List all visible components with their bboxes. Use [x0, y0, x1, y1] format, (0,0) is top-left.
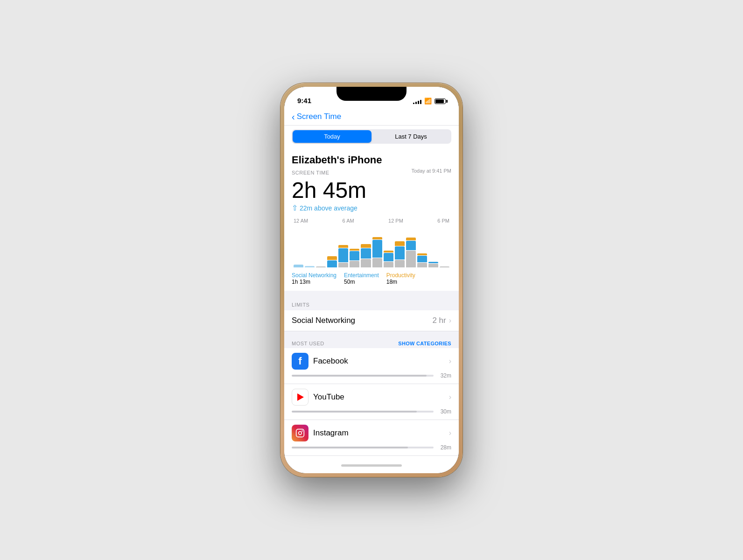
screen-content: 9:41 📶 — [284, 87, 459, 473]
progress-youtube — [292, 411, 434, 413]
instagram-icon — [292, 425, 308, 441]
chevron-facebook: › — [449, 357, 451, 365]
app-time-facebook: 32m — [292, 372, 451, 379]
bar-10 — [395, 225, 405, 267]
duration-instagram: 28m — [437, 444, 451, 451]
time-display: 2h 45m ⇧ 22m above average — [284, 175, 459, 214]
bar-11 — [406, 225, 416, 267]
bar-5 — [338, 225, 348, 267]
limits-social-name: Social Networking — [292, 316, 355, 325]
status-bar: 9:41 📶 — [284, 87, 459, 107]
tab-today[interactable]: Today — [293, 130, 372, 143]
chevron-instagram: › — [449, 429, 451, 437]
phone-frame: 9:41 📶 — [280, 83, 463, 477]
bar-4 — [327, 225, 337, 267]
legend-social: Social Networking 1h 13m — [292, 272, 336, 285]
app-time-instagram: 28m — [292, 444, 451, 451]
notch — [336, 87, 407, 101]
bar-9 — [384, 225, 393, 267]
status-time: 9:41 — [297, 97, 311, 105]
svg-rect-0 — [296, 429, 304, 437]
above-average: ⇧ 22m above average — [292, 203, 451, 212]
nav-bar: ‹ Screen Time — [284, 107, 459, 126]
app-info-instagram: Instagram — [292, 425, 349, 441]
progress-facebook — [292, 375, 434, 377]
above-average-text: 22m above average — [300, 204, 357, 212]
chevron-right-icon: › — [449, 316, 451, 325]
device-section: Elizabeth's iPhone SCREEN TIME Today at … — [284, 148, 459, 175]
device-title: Elizabeth's iPhone — [292, 154, 451, 166]
bar-8 — [372, 225, 382, 267]
duration-facebook: 32m — [437, 372, 451, 379]
home-bar — [284, 457, 459, 473]
svg-point-2 — [301, 430, 303, 432]
total-time: 2h 45m — [292, 179, 451, 202]
legend-social-label: Social Networking — [292, 272, 336, 279]
chart-label-6pm: 6 PM — [437, 218, 449, 224]
bar-13 — [428, 225, 438, 267]
app-item-youtube[interactable]: YouTube › 30m — [284, 384, 459, 420]
chart-time-labels: 12 AM 6 AM 12 PM 6 PM — [292, 218, 451, 224]
bar-2 — [305, 225, 315, 267]
wifi-icon: 📶 — [424, 98, 432, 105]
chart-section: 12 AM 6 AM 12 PM 6 PM — [284, 214, 459, 291]
legend-productivity-value: 18m — [386, 279, 415, 285]
chart-bars — [292, 225, 451, 267]
bar-6 — [350, 225, 359, 267]
bar-14 — [440, 225, 449, 267]
svg-point-1 — [299, 432, 302, 435]
chart-legend: Social Networking 1h 13m Entertainment 5… — [292, 272, 451, 285]
back-chevron-icon: ‹ — [292, 112, 295, 121]
app-row-facebook: f Facebook › — [292, 353, 451, 370]
up-arrow-icon: ⇧ — [292, 203, 298, 212]
home-indicator — [341, 464, 402, 467]
legend-entertainment-label: Entertainment — [344, 272, 379, 279]
battery-icon — [435, 98, 446, 104]
youtube-icon — [292, 389, 308, 406]
phone-screen: 9:41 📶 — [284, 87, 459, 473]
app-name-instagram: Instagram — [313, 428, 349, 438]
bar-3 — [316, 225, 326, 267]
limits-social-value: 2 hr — [432, 316, 446, 325]
app-name-facebook: Facebook — [313, 357, 348, 366]
progress-instagram — [292, 447, 434, 448]
chart-label-12am: 12 AM — [294, 218, 308, 224]
limits-header: LIMITS — [284, 294, 459, 310]
back-button[interactable]: ‹ Screen Time — [292, 112, 451, 121]
show-categories-button[interactable]: SHOW CATEGORIES — [398, 341, 451, 346]
scroll-content[interactable]: ‹ Screen Time Today Last 7 Days Elizabet… — [284, 107, 459, 457]
separator-1 — [284, 291, 459, 294]
app-item-facebook[interactable]: f Facebook › 32m — [284, 348, 459, 384]
limits-social-right: 2 hr › — [432, 316, 451, 325]
segment-wrapper: Today Last 7 Days — [284, 126, 459, 148]
facebook-icon: f — [292, 353, 308, 370]
chart-label-6am: 6 AM — [343, 218, 354, 224]
legend-entertainment-value: 50m — [344, 279, 379, 285]
bar-1 — [294, 225, 303, 267]
app-item-instagram[interactable]: Instagram › 28m — [284, 420, 459, 456]
tab-last7[interactable]: Last 7 Days — [372, 130, 450, 143]
signal-icon — [413, 98, 421, 104]
app-name-youtube: YouTube — [313, 392, 344, 402]
back-label: Screen Time — [297, 112, 341, 121]
most-used-header: MOST USED SHOW CATEGORIES — [284, 335, 459, 348]
limits-social-item[interactable]: Social Networking 2 hr › — [284, 310, 459, 331]
bar-12 — [417, 225, 427, 267]
segment-control: Today Last 7 Days — [292, 129, 451, 144]
limits-label: LIMITS — [292, 302, 309, 308]
app-row-youtube: YouTube › — [292, 389, 451, 406]
most-used-label: MOST USED — [292, 341, 324, 346]
legend-productivity-label: Productivity — [386, 272, 415, 279]
bar-7 — [361, 225, 371, 267]
app-info-youtube: YouTube — [292, 389, 344, 406]
app-info-facebook: f Facebook — [292, 353, 348, 370]
screen-time-label: SCREEN TIME — [292, 170, 329, 175]
legend-productivity: Productivity 18m — [386, 272, 415, 285]
app-row-instagram: Instagram › — [292, 425, 451, 441]
legend-entertainment: Entertainment 50m — [344, 272, 379, 285]
separator-2 — [284, 331, 459, 335]
legend-social-value: 1h 13m — [292, 279, 336, 285]
screen-time-header: SCREEN TIME Today at 9:41 PM — [292, 166, 451, 175]
chevron-youtube: › — [449, 393, 451, 401]
screen-time-date: Today at 9:41 PM — [411, 168, 451, 174]
